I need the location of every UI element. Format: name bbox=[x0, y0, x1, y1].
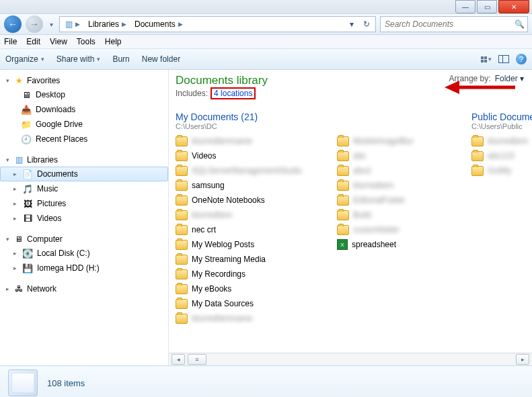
menu-file[interactable]: File bbox=[4, 37, 17, 46]
refresh-icon[interactable]: ↻ bbox=[360, 18, 373, 30]
file-item[interactable]: customfolder bbox=[337, 223, 451, 236]
burn-button[interactable]: Burn bbox=[112, 54, 129, 64]
tree-favorites-header[interactable]: ▾★Favorites bbox=[0, 74, 168, 87]
recent-locations-dropdown[interactable]: ▾ bbox=[47, 17, 55, 32]
file-item[interactable]: nec crt bbox=[176, 223, 324, 236]
scroll-left-button[interactable]: ◂ bbox=[172, 354, 185, 365]
file-item[interactable]: MobileImageBlur bbox=[337, 134, 451, 148]
menu-tools[interactable]: Tools bbox=[77, 37, 96, 46]
file-item[interactable]: My eBooks bbox=[176, 282, 324, 296]
file-item[interactable]: blurreditem bbox=[471, 134, 532, 148]
scroll-right-button[interactable]: ▸ bbox=[516, 354, 529, 365]
file-item[interactable]: Videos bbox=[176, 149, 324, 163]
tree-network-header[interactable]: ▸🖧Network bbox=[0, 282, 168, 296]
chevron-right-icon: ▶ bbox=[122, 21, 126, 28]
new-folder-button[interactable]: New folder bbox=[142, 54, 180, 64]
tree-item[interactable]: 📁Google Drive bbox=[0, 117, 168, 132]
file-item[interactable]: abc123 bbox=[471, 149, 532, 163]
horizontal-scrollbar[interactable]: ◂ ≡ ▸ bbox=[169, 353, 532, 365]
expand-icon: ▸ bbox=[11, 185, 18, 192]
file-item[interactable]: My Streaming Media bbox=[176, 253, 324, 266]
details-thumbnail-icon bbox=[8, 369, 38, 396]
section-title: My Documents (21) bbox=[176, 112, 451, 122]
file-item[interactable]: blurreditem bbox=[176, 208, 324, 222]
scroll-thumb[interactable]: ≡ bbox=[188, 354, 206, 365]
tree-item[interactable]: ▸🎞Videos bbox=[0, 211, 168, 226]
help-button[interactable]: ? bbox=[516, 54, 527, 64]
item-icon: 📄 bbox=[22, 169, 33, 179]
file-item[interactable]: blurreditemname bbox=[176, 134, 324, 148]
tree-item[interactable]: 🕘Recent Places bbox=[0, 132, 168, 146]
back-button[interactable]: ← bbox=[4, 15, 22, 33]
expand-icon: ▸ bbox=[11, 171, 18, 177]
close-button[interactable]: ✕ bbox=[498, 0, 529, 13]
navigation-tree[interactable]: ▾★Favorites 🖥Desktop📥Downloads📁Google Dr… bbox=[0, 70, 169, 365]
address-bar[interactable]: ▥▶ Libraries▶ Documents▶ ▾ ↻ bbox=[59, 16, 376, 32]
preview-pane-button[interactable] bbox=[498, 55, 509, 63]
file-label-blurred: MobileImageBlur bbox=[353, 136, 414, 146]
folder-icon bbox=[471, 166, 484, 176]
breadcrumb-documents[interactable]: Documents▶ bbox=[132, 17, 186, 32]
tree-libraries-header[interactable]: ▾▥Libraries bbox=[0, 153, 168, 167]
file-label-blurred: abcd bbox=[353, 166, 371, 175]
chevron-down-icon: ▾ bbox=[488, 56, 492, 62]
minimize-button[interactable]: — bbox=[455, 0, 476, 13]
forward-button[interactable]: → bbox=[26, 15, 43, 33]
expand-icon: ▸ bbox=[11, 200, 18, 207]
file-item[interactable]: SQLServerManagementStudio bbox=[176, 164, 324, 177]
tree-item[interactable]: ▸💾Iomega HDD (H:) bbox=[0, 261, 168, 275]
file-item[interactable]: abc bbox=[337, 149, 451, 163]
tree-item[interactable]: ▸💽Local Disk (C:) bbox=[0, 246, 168, 261]
libraries-icon: ▥ bbox=[65, 19, 73, 29]
tree-item[interactable]: 📥Downloads bbox=[0, 102, 168, 117]
folder-icon bbox=[337, 210, 349, 220]
item-label: Recent Places bbox=[36, 134, 87, 144]
breadcrumb-libraries[interactable]: Libraries▶ bbox=[85, 17, 129, 32]
tree-item[interactable]: ▸📄Documents bbox=[0, 167, 168, 181]
menu-edit[interactable]: Edit bbox=[26, 37, 40, 46]
library-header: Documents library Includes: 4 locations … bbox=[176, 74, 532, 99]
libraries-icon: ▥ bbox=[13, 155, 24, 165]
search-box[interactable]: 🔍 bbox=[380, 16, 528, 32]
file-item[interactable]: OutMy bbox=[471, 164, 532, 177]
locations-link[interactable]: 4 locations bbox=[214, 89, 252, 98]
folder-icon bbox=[337, 151, 349, 161]
file-item[interactable]: samsung bbox=[176, 179, 324, 192]
collapse-icon: ▾ bbox=[4, 77, 11, 84]
file-item[interactable]: OneNote Notebooks bbox=[176, 193, 324, 207]
item-icon: 🎵 bbox=[22, 183, 33, 194]
breadcrumb-label: Libraries bbox=[88, 19, 119, 29]
file-item[interactable]: Xspreadsheet bbox=[337, 238, 451, 251]
section-my-documents: My Documents (21) C:\Users\DC blurredite… bbox=[176, 112, 451, 325]
tree-computer-header[interactable]: ▾🖥Computer bbox=[0, 232, 168, 246]
tree-item[interactable]: ▸🖼Pictures bbox=[0, 196, 168, 211]
file-item[interactable]: blurreditem bbox=[337, 179, 451, 192]
search-input[interactable] bbox=[383, 19, 515, 30]
locations-highlight-box: 4 locations bbox=[211, 87, 256, 99]
change-view-button[interactable]: ▾ bbox=[481, 56, 492, 62]
address-dropdown-icon[interactable]: ▾ bbox=[346, 18, 358, 30]
search-icon[interactable]: 🔍 bbox=[515, 19, 525, 29]
file-item[interactable]: blurreditemname bbox=[176, 312, 324, 325]
tree-item[interactable]: 🖥Desktop bbox=[0, 87, 168, 102]
file-item[interactable]: abcd bbox=[337, 164, 451, 177]
organize-button[interactable]: Organize ▾ bbox=[5, 54, 44, 64]
maximize-button[interactable]: ▭ bbox=[477, 0, 497, 13]
file-item[interactable]: My Recordings bbox=[176, 267, 324, 281]
file-item[interactable]: Build bbox=[337, 208, 451, 222]
share-with-button[interactable]: Share with ▾ bbox=[56, 54, 101, 64]
file-label-blurred: Build bbox=[353, 210, 371, 220]
library-sections: My Documents (21) C:\Users\DC blurredite… bbox=[176, 112, 532, 325]
file-item[interactable]: EditorialFolder bbox=[337, 193, 451, 207]
folder-icon bbox=[176, 195, 188, 206]
tree-item[interactable]: ▸🎵Music bbox=[0, 181, 168, 196]
breadcrumb-root[interactable]: ▥▶ bbox=[63, 17, 83, 32]
arrange-value-dropdown[interactable]: Folder ▾ bbox=[495, 74, 524, 83]
item-icon: 🎞 bbox=[22, 213, 33, 224]
content-pane[interactable]: Documents library Includes: 4 locations … bbox=[169, 70, 532, 365]
file-item[interactable]: My Data Sources bbox=[176, 297, 324, 310]
menu-view[interactable]: View bbox=[50, 37, 67, 46]
folder-icon bbox=[176, 151, 188, 161]
file-item[interactable]: My Weblog Posts bbox=[176, 238, 324, 251]
menu-help[interactable]: Help bbox=[105, 37, 122, 46]
